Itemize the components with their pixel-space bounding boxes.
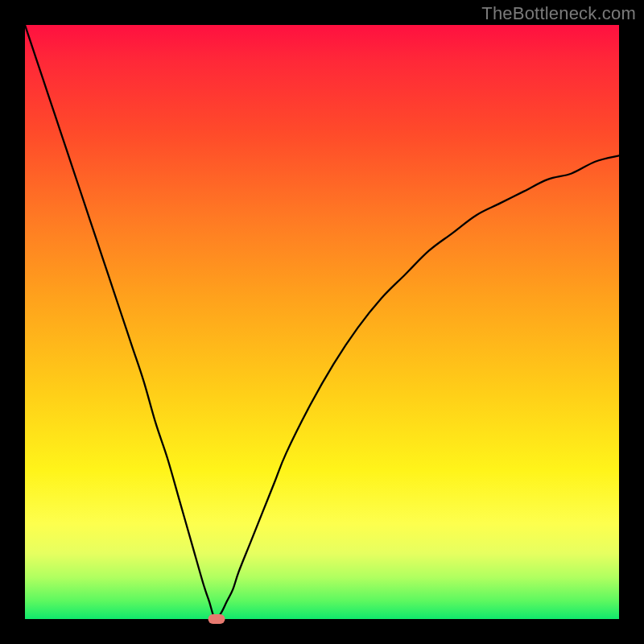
optimal-marker (208, 614, 225, 624)
watermark-text: TheBottleneck.com (481, 3, 636, 24)
chart-frame: TheBottleneck.com (0, 0, 644, 644)
plot-area (25, 25, 619, 619)
bottleneck-curve (25, 25, 619, 619)
